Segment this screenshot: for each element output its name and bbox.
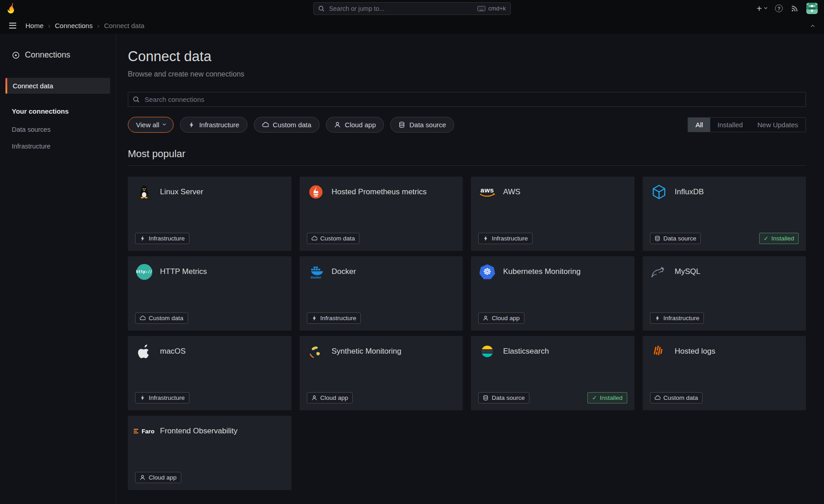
category-label: Cloud app xyxy=(492,315,520,322)
filter-label: Data source xyxy=(409,121,446,129)
card-foot: Infrastructure xyxy=(478,233,627,244)
top-nav: cmd+k + ? xyxy=(0,0,824,17)
breadcrumb-separator-icon: › xyxy=(48,22,50,29)
sidebar-title-label: Connections xyxy=(25,50,70,60)
card-title: Linux Server xyxy=(160,187,203,197)
category-label: Infrastructure xyxy=(320,315,357,322)
global-search-input[interactable] xyxy=(328,5,474,13)
category-badge: Custom data xyxy=(307,233,360,244)
toggle-new-updates[interactable]: New Updates xyxy=(750,118,805,132)
category-label: Custom data xyxy=(664,394,698,401)
card-foot: Cloud app xyxy=(478,312,627,324)
menu-toggle-icon[interactable] xyxy=(8,22,17,29)
bolt-icon xyxy=(140,235,145,241)
card-macos[interactable]: macOS Infrastructure xyxy=(128,336,291,410)
aws-wordmark: aws xyxy=(480,187,494,193)
breadcrumb-home[interactable]: Home xyxy=(25,22,44,29)
card-foot: Infrastructure xyxy=(135,233,284,244)
card-frontend-observability[interactable]: Faro Frontend Observability Cloud app xyxy=(128,416,291,490)
user-icon xyxy=(311,395,317,401)
shortcut-label: cmd+k xyxy=(488,5,506,12)
influxdb-icon xyxy=(650,183,668,201)
category-badge: Infrastructure xyxy=(135,233,189,244)
avatar[interactable] xyxy=(806,3,818,14)
global-search[interactable]: cmd+k xyxy=(313,2,511,15)
card-head: InfluxDB xyxy=(650,183,799,201)
filter-data-source[interactable]: Data source xyxy=(390,117,454,133)
category-label: Infrastructure xyxy=(492,235,528,242)
chevron-up-icon xyxy=(811,24,814,28)
toggle-installed[interactable]: Installed xyxy=(710,118,750,132)
card-elasticsearch[interactable]: Elasticsearch Data source ✓ Installed xyxy=(471,336,635,410)
card-foot: Infrastructure xyxy=(650,312,799,324)
database-icon xyxy=(654,235,660,241)
category-label: Infrastructure xyxy=(664,315,700,322)
breadcrumb-bar: Home › Connections › Connect data xyxy=(0,17,824,34)
category-badge: Cloud app xyxy=(307,392,353,403)
top-nav-left xyxy=(6,3,17,14)
card-influxdb[interactable]: InfluxDB Data source ✓ Installed xyxy=(643,177,806,251)
faro-icon: Faro xyxy=(135,422,153,440)
connections-icon xyxy=(12,51,20,59)
card-hosted-logs[interactable]: Hosted logs Custom data xyxy=(643,336,806,410)
card-hosted-prometheus-metrics[interactable]: Hosted Prometheus metrics Custom data xyxy=(300,177,463,251)
category-label: Cloud app xyxy=(320,394,349,401)
news-feed-icon[interactable] xyxy=(791,5,798,12)
collapse-chrome-button[interactable] xyxy=(809,20,816,31)
keyboard-icon xyxy=(477,6,485,11)
mysql-icon xyxy=(650,263,668,280)
card-docker[interactable]: docker Docker Infrastructure xyxy=(300,256,463,331)
sidebar-title[interactable]: Connections xyxy=(0,50,116,60)
view-all-label: View all xyxy=(136,121,159,129)
card-title: Frontend Observability xyxy=(160,427,238,436)
card-kubernetes-monitoring[interactable]: ☸ Kubernetes Monitoring Cloud app xyxy=(471,256,635,331)
card-foot: Data source ✓ Installed xyxy=(478,392,627,403)
breadcrumb-connections[interactable]: Connections xyxy=(55,22,92,29)
card-foot: Cloud app xyxy=(135,472,284,483)
filter-label: Infrastructure xyxy=(199,121,239,129)
card-linux-server[interactable]: Linux Server Infrastructure xyxy=(128,177,291,251)
card-head: aws AWS xyxy=(478,183,627,201)
installed-filter-group: All Installed New Updates xyxy=(688,117,806,132)
sidebar-item-infrastructure[interactable]: Infrastructure xyxy=(0,143,116,150)
category-badge: Infrastructure xyxy=(478,233,533,244)
view-all-filter-button[interactable]: View all xyxy=(128,117,174,133)
card-foot: Infrastructure xyxy=(307,312,456,324)
installed-label: Installed xyxy=(600,394,622,401)
filter-cloud-app[interactable]: Cloud app xyxy=(326,117,384,133)
filter-custom-data[interactable]: Custom data xyxy=(254,117,320,133)
card-mysql[interactable]: MySQL Infrastructure xyxy=(643,256,806,331)
card-aws[interactable]: aws AWS Infrastructure xyxy=(471,177,635,251)
breadcrumb-current: Connect data xyxy=(104,22,144,29)
page-title: Connect data xyxy=(128,48,806,65)
toggle-all[interactable]: All xyxy=(688,118,710,132)
kubernetes-icon: ☸ xyxy=(478,263,496,280)
add-button[interactable]: + xyxy=(756,4,767,13)
filter-infrastructure[interactable]: Infrastructure xyxy=(180,117,247,133)
card-head: docker Docker xyxy=(307,263,456,280)
card-title: Docker xyxy=(332,267,356,276)
card-title: Kubernetes Monitoring xyxy=(503,267,581,276)
grafana-logo-icon[interactable] xyxy=(6,3,17,14)
category-badge: Custom data xyxy=(135,312,188,324)
search-icon xyxy=(318,5,325,12)
sidebar-item-data-sources[interactable]: Data sources xyxy=(0,126,116,133)
sidebar-item-your-connections[interactable]: Your connections xyxy=(0,107,116,115)
card-foot: Infrastructure xyxy=(135,392,284,403)
top-nav-center: cmd+k xyxy=(313,2,511,15)
bolt-icon xyxy=(483,235,489,241)
connections-search[interactable] xyxy=(128,92,806,107)
globe-icon xyxy=(307,343,325,360)
help-icon[interactable]: ? xyxy=(775,5,783,12)
chevron-down-icon xyxy=(163,122,166,125)
connections-search-input[interactable] xyxy=(144,95,801,104)
sidebar-item-label: Connect data xyxy=(13,82,53,90)
card-http-metrics[interactable]: http:// HTTP Metrics Custom data xyxy=(128,256,291,331)
section-title: Most popular xyxy=(128,148,806,160)
card-title: Synthetic Monitoring xyxy=(332,347,402,356)
user-icon xyxy=(334,121,341,128)
card-synthetic-monitoring[interactable]: Synthetic Monitoring Cloud app xyxy=(300,336,463,410)
check-icon: ✓ xyxy=(592,395,597,401)
card-head: Synthetic Monitoring xyxy=(307,343,456,360)
sidebar-item-connect-data[interactable]: Connect data xyxy=(5,78,110,94)
